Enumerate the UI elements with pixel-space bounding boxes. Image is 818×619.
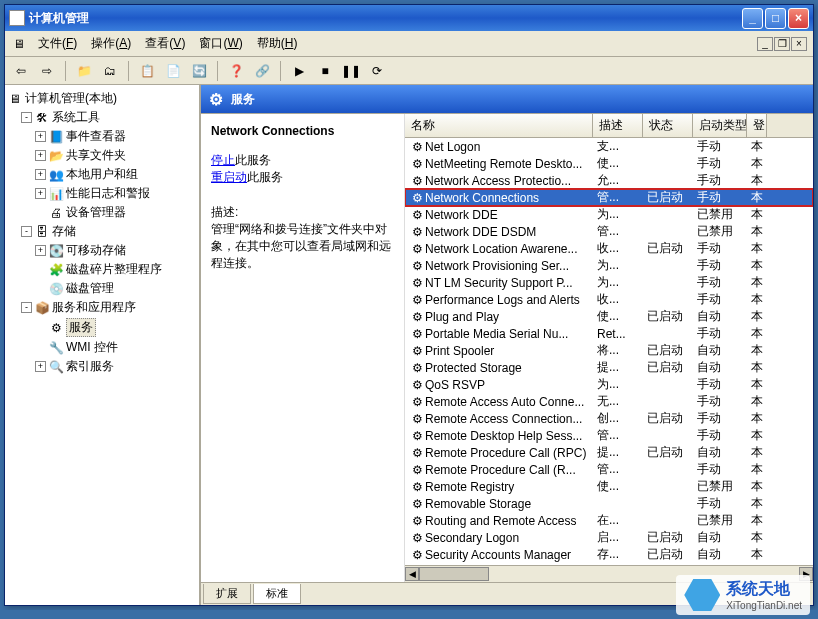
col-name[interactable]: 名称 — [405, 114, 593, 137]
link-icon[interactable]: 🔗 — [252, 61, 272, 81]
col-status[interactable]: 状态 — [643, 114, 693, 137]
tree-shared-folders[interactable]: +📂共享文件夹 — [7, 146, 197, 165]
tree-local-users[interactable]: +👥本地用户和组 — [7, 165, 197, 184]
service-row[interactable]: ⚙Secondary Logon启...已启动自动本 — [405, 529, 813, 546]
list-body[interactable]: ⚙Net Logon支...手动本⚙NetMeeting Remote Desk… — [405, 138, 813, 565]
service-row[interactable]: ⚙NetMeeting Remote Deskto...使...手动本 — [405, 155, 813, 172]
expand-icon[interactable]: + — [35, 361, 46, 372]
service-row[interactable]: ⚙Performance Logs and Alerts收...手动本 — [405, 291, 813, 308]
separator — [65, 61, 66, 81]
help-icon[interactable]: ❓ — [226, 61, 246, 81]
service-name: NetMeeting Remote Deskto... — [425, 157, 582, 171]
menu-view[interactable]: 查看(V) — [139, 33, 191, 54]
show-hide-tree-icon[interactable]: 🗂 — [100, 61, 120, 81]
tree-storage[interactable]: -🗄存储 — [7, 222, 197, 241]
tree-defrag[interactable]: 🧩磁盘碎片整理程序 — [7, 260, 197, 279]
service-row[interactable]: ⚙Remote Access Auto Conne...无...手动本 — [405, 393, 813, 410]
tree-wmi[interactable]: 🔧WMI 控件 — [7, 338, 197, 357]
maximize-button[interactable]: □ — [765, 8, 786, 29]
expand-icon[interactable]: + — [35, 169, 46, 180]
col-desc[interactable]: 描述 — [593, 114, 643, 137]
col-logon[interactable]: 登 — [747, 114, 767, 137]
service-row[interactable]: ⚙Removable Storage手动本 — [405, 495, 813, 512]
service-desc: 存... — [593, 546, 643, 563]
tree-event-viewer[interactable]: +📘事件查看器 — [7, 127, 197, 146]
col-startup[interactable]: 启动类型 — [693, 114, 747, 137]
service-row[interactable]: ⚙Plug and Play使...已启动自动本 — [405, 308, 813, 325]
minimize-button[interactable]: _ — [742, 8, 763, 29]
tree-root[interactable]: 🖥计算机管理(本地) — [7, 89, 197, 108]
properties-icon[interactable]: 📋 — [137, 61, 157, 81]
expand-icon[interactable]: + — [35, 188, 46, 199]
play-icon[interactable]: ▶ — [289, 61, 309, 81]
titlebar[interactable]: 🖥 计算机管理 _ □ × — [5, 5, 813, 31]
service-row[interactable]: ⚙Network DDE为...已禁用本 — [405, 206, 813, 223]
service-row[interactable]: ⚙Network DDE DSDM管...已禁用本 — [405, 223, 813, 240]
back-button[interactable]: ⇦ — [11, 61, 31, 81]
tree-removable-storage[interactable]: +💽可移动存储 — [7, 241, 197, 260]
tab-extended[interactable]: 扩展 — [203, 584, 251, 604]
tab-standard[interactable]: 标准 — [253, 584, 301, 604]
refresh-icon[interactable]: 🔄 — [189, 61, 209, 81]
menu-action[interactable]: 操作(A) — [85, 33, 137, 54]
tree-services[interactable]: ⚙服务 — [7, 317, 197, 338]
scroll-thumb[interactable] — [419, 567, 489, 581]
expand-icon[interactable]: + — [35, 245, 46, 256]
tree-services-apps[interactable]: -📦服务和应用程序 — [7, 298, 197, 317]
service-row[interactable]: ⚙QoS RSVP为...手动本 — [405, 376, 813, 393]
collapse-icon[interactable]: - — [21, 226, 32, 237]
expand-icon[interactable]: + — [35, 150, 46, 161]
service-row[interactable]: ⚙NT LM Security Support P...为...手动本 — [405, 274, 813, 291]
tree-system-tools[interactable]: -🛠系统工具 — [7, 108, 197, 127]
mdi-minimize[interactable]: _ — [757, 37, 773, 51]
service-row[interactable]: ⚙Security Accounts Manager存...已启动自动本 — [405, 546, 813, 563]
service-row[interactable]: ⚙Print Spooler将...已启动自动本 — [405, 342, 813, 359]
close-button[interactable]: × — [788, 8, 809, 29]
service-desc: 将... — [593, 342, 643, 359]
service-name: Network DDE — [425, 208, 498, 222]
service-row[interactable]: ⚙Routing and Remote Access在...已禁用本 — [405, 512, 813, 529]
tree-perf-logs[interactable]: +📊性能日志和警报 — [7, 184, 197, 203]
pause-icon[interactable]: ❚❚ — [341, 61, 361, 81]
restart-service-link[interactable]: 重启动 — [211, 170, 247, 184]
menu-window[interactable]: 窗口(W) — [193, 33, 248, 54]
export-icon[interactable]: 📄 — [163, 61, 183, 81]
scroll-left-icon[interactable]: ◀ — [405, 567, 419, 581]
stop-service-link[interactable]: 停止 — [211, 153, 235, 167]
toolbar: ⇦ ⇨ 📁 🗂 📋 📄 🔄 ❓ 🔗 ▶ ■ ❚❚ ⟳ — [5, 57, 813, 85]
service-startup: 自动 — [693, 359, 747, 376]
service-row[interactable]: ⚙Network Provisioning Ser...为...手动本 — [405, 257, 813, 274]
menu-file[interactable]: 文件(F) — [32, 33, 83, 54]
forward-button[interactable]: ⇨ — [37, 61, 57, 81]
service-desc: 收... — [593, 291, 643, 308]
service-row[interactable]: ⚙Remote Registry使...已禁用本 — [405, 478, 813, 495]
tree-disk-mgmt[interactable]: 💿磁盘管理 — [7, 279, 197, 298]
selected-service-name: Network Connections — [211, 124, 394, 138]
app-icon: 📦 — [34, 300, 50, 316]
menu-help[interactable]: 帮助(H) — [251, 33, 304, 54]
service-icon: ⚙ — [409, 547, 425, 563]
mdi-close[interactable]: × — [791, 37, 807, 51]
service-row[interactable]: ⚙Network Access Protectio...允...手动本 — [405, 172, 813, 189]
service-row[interactable]: ⚙Remote Desktop Help Sess...管...手动本 — [405, 427, 813, 444]
collapse-icon[interactable]: - — [21, 112, 32, 123]
mdi-restore[interactable]: ❐ — [774, 37, 790, 51]
service-row[interactable]: ⚙Portable Media Serial Nu...Ret...手动本 — [405, 325, 813, 342]
expand-icon[interactable]: + — [35, 131, 46, 142]
service-detail: Network Connections 停止此服务 重启动此服务 描述: 管理“… — [201, 114, 405, 582]
up-folder-icon[interactable]: 📁 — [74, 61, 94, 81]
service-row[interactable]: ⚙Net Logon支...手动本 — [405, 138, 813, 155]
restart-icon[interactable]: ⟳ — [367, 61, 387, 81]
tree-index[interactable]: +🔍索引服务 — [7, 357, 197, 376]
service-row[interactable]: ⚙Protected Storage提...已启动自动本 — [405, 359, 813, 376]
service-row[interactable]: ⚙Remote Procedure Call (R...管...手动本 — [405, 461, 813, 478]
service-row[interactable]: ⚙Remote Access Connection...创...已启动手动本 — [405, 410, 813, 427]
stop-icon[interactable]: ■ — [315, 61, 335, 81]
service-row[interactable]: ⚙Remote Procedure Call (RPC)提...已启动自动本 — [405, 444, 813, 461]
scope-tree[interactable]: 🖥计算机管理(本地) -🛠系统工具 +📘事件查看器 +📂共享文件夹 +👥本地用户… — [5, 85, 201, 605]
service-row[interactable]: ⚙Network Location Awarene...收...已启动手动本 — [405, 240, 813, 257]
collapse-icon[interactable]: - — [21, 302, 32, 313]
service-icon: ⚙ — [409, 496, 425, 512]
tree-device-manager[interactable]: 🖨设备管理器 — [7, 203, 197, 222]
service-row[interactable]: ⚙Network Connections管...已启动手动本 — [405, 189, 813, 206]
